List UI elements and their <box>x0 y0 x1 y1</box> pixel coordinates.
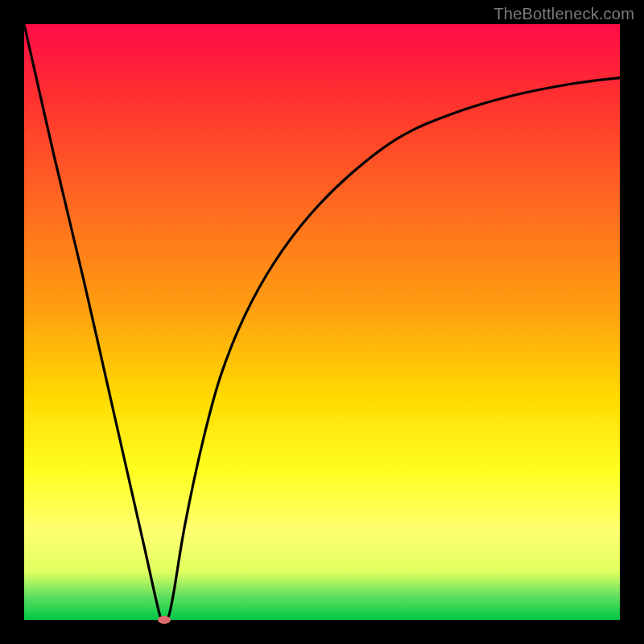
watermark-text: TheBottleneck.com <box>493 5 634 23</box>
bottleneck-curve <box>24 24 620 620</box>
minimum-marker <box>158 616 171 624</box>
chart-frame: TheBottleneck.com <box>0 0 644 644</box>
plot-area <box>24 24 620 620</box>
